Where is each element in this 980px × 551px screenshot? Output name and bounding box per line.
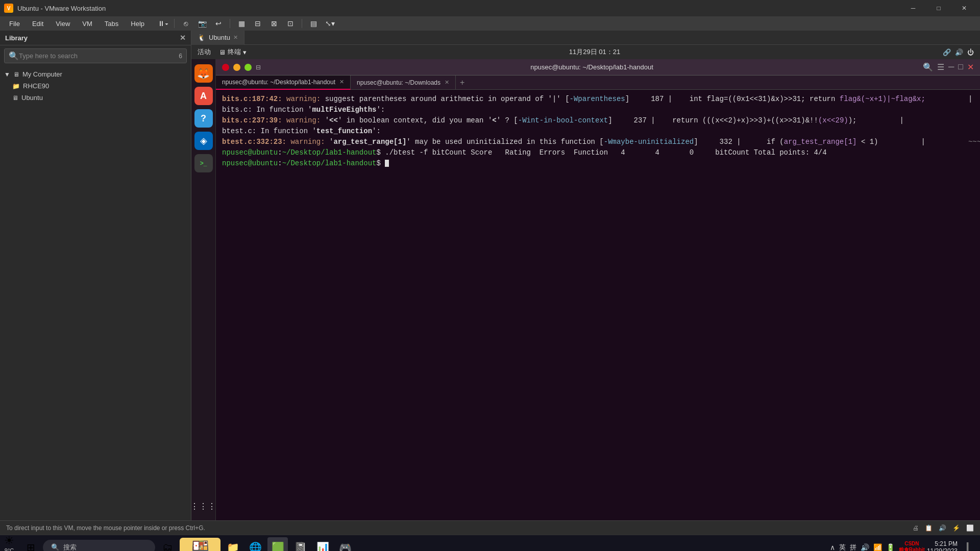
terminal-tab-2-close[interactable]: ✕: [445, 79, 449, 86]
taskbar-game[interactable]: 🎮: [335, 537, 355, 552]
dock-help[interactable]: ?: [194, 109, 213, 128]
tray-lang-en[interactable]: 英: [839, 543, 846, 552]
library-close-button[interactable]: ✕: [180, 34, 186, 42]
terminal-tab-2[interactable]: npusec@ubuntu: ~/Downloads ✕: [351, 76, 456, 90]
terminal-search-icon[interactable]: 🔍: [923, 62, 933, 72]
terminal-minimize-button[interactable]: [233, 64, 240, 71]
terminal-line-15: npusec@ubuntu:~/Desktop/lab1-handout$ ./…: [222, 148, 467, 157]
terminal-content[interactable]: bits.c:187:42: warning: suggest parenthe…: [216, 90, 980, 520]
terminal-menu-icon2[interactable]: ☰: [937, 62, 944, 72]
terminal-close-button[interactable]: [222, 64, 229, 71]
tray-network[interactable]: 📶: [873, 543, 882, 552]
ubuntu-topbar: 活动 🖥 终端 ▾ 11月29日 01：21 🔗 🔊 ⏻: [191, 45, 980, 59]
toolbar-view-multi[interactable]: ⊡: [283, 18, 298, 29]
tray-chevron[interactable]: ∧: [830, 543, 835, 552]
toolbar-view-full[interactable]: ⊟: [251, 18, 265, 29]
toolbar-view-unity[interactable]: ▦: [234, 18, 249, 29]
terminal-titlebar-minimize[interactable]: ─: [948, 62, 954, 72]
tray-lang-ch[interactable]: 拼: [850, 543, 856, 552]
tree-item-ubuntu[interactable]: 🖥 Ubuntu: [0, 92, 191, 104]
menu-edit[interactable]: Edit: [27, 18, 48, 30]
menu-vm[interactable]: VM: [77, 18, 97, 30]
terminal-titlebar-maximize[interactable]: □: [958, 62, 963, 72]
status-bar: To direct input to this VM, move the mou…: [0, 520, 980, 535]
vm-area: 🐧 Ubuntu ✕ 活动 🖥 终端 ▾ 11月29日 01：21 🔗 🔊 ⏻: [191, 31, 980, 520]
toolbar-pause[interactable]: ⏸▾: [156, 18, 170, 29]
terminal-window[interactable]: ⊟ npusec@ubuntu: ~/Desktop/lab1-handout …: [216, 59, 980, 520]
weather-widget: ☀ 9°C 晴朗: [4, 534, 14, 552]
vm-tab-ubuntu[interactable]: 🐧 Ubuntu ✕: [191, 31, 244, 45]
toolbar-view-single[interactable]: ⊠: [267, 18, 281, 29]
ubuntu-desktop[interactable]: 活动 🖥 终端 ▾ 11月29日 01：21 🔗 🔊 ⏻ 🦊 A: [191, 45, 980, 520]
taskbar-search-button[interactable]: 🔍 搜索: [43, 540, 155, 552]
status-tray: 🖨 📋 🔊 ⚡ ⬜: [913, 524, 974, 532]
taskbar-notes[interactable]: 📓: [290, 537, 310, 552]
separator-2: [230, 19, 230, 28]
clock-date: 11/29/2023: [927, 547, 958, 552]
taskbar-search-label: 搜索: [63, 543, 77, 552]
tray-sound[interactable]: 🔊: [861, 543, 869, 552]
menu-tabs[interactable]: Tabs: [100, 18, 124, 30]
library-search-input[interactable]: [19, 52, 179, 60]
menu-help[interactable]: Help: [126, 18, 150, 30]
taskbar-excel[interactable]: 📊: [312, 537, 333, 552]
start-button[interactable]: ⊞: [20, 537, 41, 552]
terminal-window-title: npusec@ubuntu: ~/Desktop/lab1-handout: [261, 63, 923, 71]
ubuntu-tab-label: Ubuntu: [209, 34, 230, 41]
menu-file[interactable]: File: [4, 18, 25, 30]
taskbar-file-explorer[interactable]: 📁: [223, 537, 243, 552]
terminal-tab-1[interactable]: npusec@ubuntu: ~/Desktop/lab1-handout ✕: [216, 76, 351, 90]
dock-apps-grid[interactable]: ⋮⋮⋮: [194, 497, 213, 515]
tray-sound-icon[interactable]: 🔊: [955, 48, 963, 56]
minimize-button[interactable]: ─: [901, 0, 925, 16]
close-button[interactable]: ✕: [952, 0, 976, 16]
terminal-titlebar-close[interactable]: ✕: [967, 62, 974, 72]
terminal-maximize-button[interactable]: [244, 64, 252, 71]
terminal-tab-2-label: npusec@ubuntu: ~/Downloads: [357, 79, 440, 86]
tray-network-icon[interactable]: 🔗: [943, 48, 951, 56]
terminal-main: 🦊 A ? ◈ >_ ⋮⋮⋮ ⊟: [191, 59, 980, 520]
taskbar-vmware[interactable]: 🟩: [267, 537, 288, 552]
toolbar-console[interactable]: ▤: [306, 18, 321, 29]
toolbar-send-ctrl-alt-del[interactable]: ⎋: [179, 18, 193, 29]
terminal-menu-icon: 🖥: [219, 48, 226, 56]
ubuntu-clock: 11月29日 01：21: [247, 47, 943, 57]
terminal-line-6: bits.c:237:39: warning: '<<' in boolean …: [222, 116, 612, 124]
dock-firefox[interactable]: 🦊: [194, 64, 213, 83]
taskbar: ☀ 9°C 晴朗 ⊞ 🔍 搜索 🗂 🍱 📁 🌐 🟩 📓 📊 🎮 ∧ 英 拼 🔊 …: [0, 535, 980, 551]
tray-power-icon[interactable]: ⏻: [967, 48, 974, 56]
taskbar-edge[interactable]: 🌐: [245, 537, 265, 552]
terminal-line-10: btest.c: In function 'test_function':: [222, 127, 381, 135]
terminal-tab-1-close[interactable]: ✕: [339, 79, 344, 85]
library-search-box[interactable]: 🔍 6: [4, 48, 187, 63]
tree-view: ▼ 🖥 My Computer 📁 RHCE90 🖥 Ubuntu: [0, 66, 191, 106]
weather-icon: ☀: [4, 534, 14, 547]
terminal-new-tab-button[interactable]: +: [456, 78, 469, 87]
dock-terminal[interactable]: >_: [194, 154, 213, 172]
taskbar-task-view[interactable]: 🗂: [157, 537, 178, 552]
show-desktop-button[interactable]: [960, 537, 976, 552]
tree-label-rhce90: RHCE90: [23, 82, 49, 90]
status-icon-4: ⚡: [952, 524, 960, 532]
app-menu[interactable]: 🖥 终端 ▾: [219, 47, 247, 57]
tree-item-rhce90[interactable]: 📁 RHCE90: [0, 80, 191, 92]
tree-item-my-computer[interactable]: ▼ 🖥 My Computer: [0, 68, 191, 80]
clock-time: 5:21 PM: [935, 540, 958, 547]
terminal-line-2: 187 | int flag=((0x1<<31)&x)>>31; return…: [634, 95, 925, 103]
status-icon-2: 📋: [925, 524, 933, 532]
tray-csdn[interactable]: CSDN 粮食Rabbit: [899, 541, 925, 551]
separator-1: [174, 19, 175, 28]
ubuntu-tab-close[interactable]: ✕: [233, 34, 238, 41]
toolbar-snapshot[interactable]: 📷: [195, 18, 209, 29]
dock-appstore[interactable]: A: [194, 87, 213, 105]
terminal-window-controls: [222, 64, 252, 71]
menu-view[interactable]: View: [51, 18, 75, 30]
toolbar-settings[interactable]: ⤡▾: [323, 18, 337, 29]
restore-button[interactable]: □: [927, 0, 950, 16]
activities-button[interactable]: 活动: [198, 47, 211, 57]
dock-vscode[interactable]: ◈: [194, 132, 213, 150]
toolbar-revert[interactable]: ↩: [211, 18, 226, 29]
library-title: Library: [5, 34, 28, 42]
taskbar-clock[interactable]: 5:21 PM 11/29/2023: [927, 540, 958, 552]
tray-battery[interactable]: 🔋: [886, 543, 895, 552]
